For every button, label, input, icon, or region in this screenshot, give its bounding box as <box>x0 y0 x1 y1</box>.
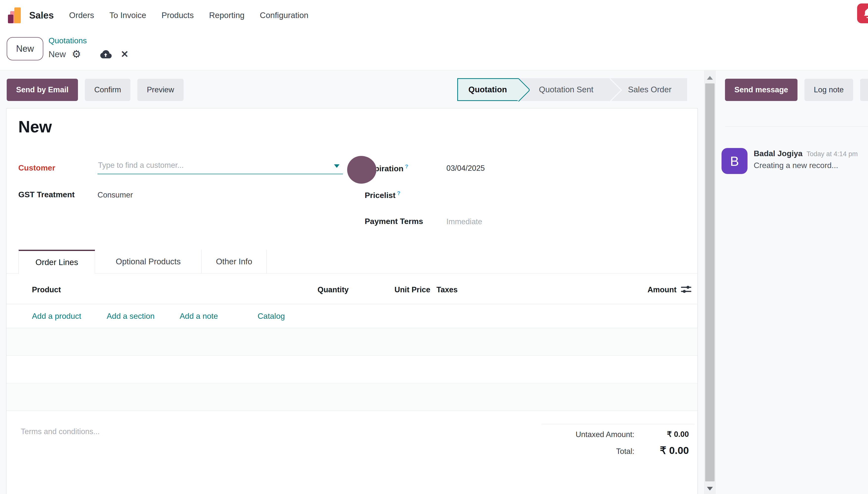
total-value: ₹ 0.00 <box>627 444 689 456</box>
tab-other-info[interactable]: Other Info <box>202 250 267 273</box>
odoo-sales-window: Sales Orders To Invoice Products Reporti… <box>0 0 868 494</box>
record-title: New <box>18 117 52 136</box>
order-line-empty-row <box>6 356 697 383</box>
log-note-button[interactable]: Log note <box>805 79 853 101</box>
breadcrumb-current: New <box>49 49 66 59</box>
send-message-button[interactable]: Send message <box>725 79 797 101</box>
untaxed-amount-value: ₹ 0.00 <box>634 430 689 439</box>
breadcrumb-quotations-link[interactable]: Quotations <box>49 36 87 45</box>
breadcrumb: New ⚙ ✕ <box>49 48 129 61</box>
optional-columns-sliders-icon[interactable] <box>680 283 692 297</box>
pricelist-help-icon[interactable]: ? <box>397 190 400 196</box>
order-line-empty-row <box>6 328 697 356</box>
notebook-tabs: Order Lines Optional Products Other Info <box>6 250 697 273</box>
status-step-sales-order[interactable]: Sales Order <box>611 78 687 101</box>
message-header: Badal Jogiya Today at 4:14 pm <box>754 149 858 158</box>
column-product: Product <box>32 285 61 294</box>
nav-item-reporting[interactable]: Reporting <box>209 11 245 20</box>
header: Sales Orders To Invoice Products Reporti… <box>0 0 868 70</box>
expiration-help-icon[interactable]: ? <box>405 163 408 170</box>
status-bar: Quotation Quotation Sent Sales Order <box>457 78 687 101</box>
untaxed-amount-label: Untaxed Amount: <box>492 430 634 439</box>
column-quantity: Quantity <box>274 285 349 294</box>
bell-icon <box>862 8 868 19</box>
customer-field <box>97 159 343 174</box>
catalog-link[interactable]: Catalog <box>257 311 285 321</box>
column-taxes: Taxes <box>437 285 458 294</box>
notification-bell-button[interactable] <box>857 3 868 23</box>
sales-app-logo-icon[interactable] <box>7 7 23 24</box>
column-unit-price: Unit Price <box>359 285 430 294</box>
chevron-down-icon[interactable] <box>334 164 340 168</box>
new-record-button[interactable]: New <box>7 37 43 60</box>
pricelist-label: Pricelist? <box>365 190 400 200</box>
tab-optional-products[interactable]: Optional Products <box>95 250 202 273</box>
vertical-scrollbar[interactable] <box>704 71 716 494</box>
terms-and-conditions-input[interactable] <box>21 427 244 436</box>
nav-item-to-invoice[interactable]: To Invoice <box>109 11 146 20</box>
chatter-toolbar: Send message Log note <box>725 79 868 101</box>
payment-terms-value[interactable]: Immediate <box>446 217 482 226</box>
form-toolbar: Send by Email Confirm Preview <box>7 79 184 101</box>
message-author: Badal Jogiya <box>754 149 803 158</box>
chatter-more-button[interactable] <box>860 79 868 101</box>
send-by-email-button[interactable]: Send by Email <box>7 79 78 101</box>
tab-order-lines[interactable]: Order Lines <box>19 250 95 274</box>
status-step-quotation[interactable]: Quotation <box>457 78 519 101</box>
gst-treatment-label: GST Treatment <box>18 190 75 199</box>
scroll-up-icon[interactable] <box>707 76 713 80</box>
cursor-highlight <box>347 156 377 184</box>
payment-terms-label: Payment Terms <box>365 217 423 226</box>
nav-item-configuration[interactable]: Configuration <box>260 11 308 20</box>
top-navigation: Sales Orders To Invoice Products Reporti… <box>7 5 308 26</box>
scrollbar-thumb[interactable] <box>705 83 715 481</box>
discard-changes-icon[interactable]: ✕ <box>121 50 129 59</box>
add-a-note-link[interactable]: Add a note <box>180 311 218 321</box>
message-body: Creating a new record... <box>754 161 838 170</box>
nav-item-products[interactable]: Products <box>161 11 194 20</box>
app-title[interactable]: Sales <box>29 10 54 21</box>
confirm-button[interactable]: Confirm <box>85 79 131 101</box>
gst-treatment-value[interactable]: Consumer <box>97 191 133 200</box>
status-step-quotation-sent[interactable]: Quotation Sent <box>519 78 611 101</box>
order-lines-header: Product Quantity Unit Price Taxes Amount <box>6 273 697 304</box>
main-content: Send by Email Confirm Preview Quotation … <box>0 70 868 494</box>
add-a-product-link[interactable]: Add a product <box>32 311 81 321</box>
order-lines-actions: Add a product Add a section Add a note C… <box>6 304 697 328</box>
customer-input[interactable] <box>97 159 343 174</box>
column-amount: Amount <box>600 285 676 294</box>
save-cloud-upload-icon[interactable] <box>99 49 112 59</box>
total-label: Total: <box>492 447 634 456</box>
message-timestamp: Today at 4:14 pm <box>806 150 857 158</box>
order-line-empty-row <box>6 384 697 411</box>
avatar: B <box>721 148 748 174</box>
customer-label: Customer <box>18 163 55 172</box>
scroll-down-icon[interactable] <box>707 487 713 491</box>
preview-button[interactable]: Preview <box>137 79 184 101</box>
add-a-section-link[interactable]: Add a section <box>107 311 155 321</box>
gear-icon[interactable]: ⚙ <box>72 49 81 59</box>
nav-item-orders[interactable]: Orders <box>69 11 94 20</box>
expiration-value[interactable]: 03/04/2025 <box>446 164 485 173</box>
